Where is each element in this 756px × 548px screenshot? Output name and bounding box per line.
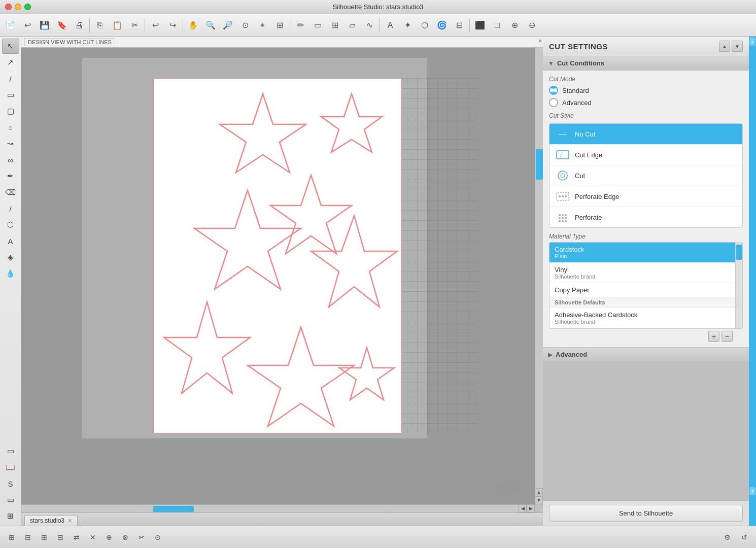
draw-button[interactable]: ✏	[292, 17, 308, 33]
canvas-scrollbar-bottom[interactable]	[21, 504, 535, 512]
cut-style-cut[interactable]: Cut	[549, 165, 742, 186]
fill-button[interactable]: ⬛	[472, 17, 488, 33]
canvas-scrollbar-right[interactable]	[535, 48, 543, 504]
align-left-button[interactable]: ⊞	[4, 530, 19, 544]
save-file-button[interactable]: 💾	[37, 17, 53, 33]
canvas-scroll-thumb-h[interactable]	[153, 506, 194, 512]
rounded-rect-tool[interactable]: ▢	[2, 104, 19, 119]
refresh-button[interactable]: ↺	[737, 530, 752, 544]
transform-button[interactable]: ⊞	[271, 17, 288, 33]
shape-button[interactable]: ▭	[310, 17, 326, 33]
blade-tool[interactable]: /	[2, 201, 19, 216]
panel-toggle-icon[interactable]: »	[538, 37, 542, 44]
special-tool[interactable]: S	[2, 476, 19, 491]
material-item-cardstock[interactable]: Cardstock Plain	[549, 243, 742, 263]
print-button[interactable]: 🖨	[71, 17, 87, 33]
material-item-copy-paper[interactable]: Copy Paper	[549, 283, 742, 297]
scroll-down-arrow[interactable]: ▼	[535, 496, 543, 504]
gear-button[interactable]: ⚙	[719, 530, 735, 544]
align-button[interactable]: ⏥	[344, 17, 360, 33]
node-tool[interactable]: ↗	[2, 55, 19, 70]
material-item-adhesive-backed[interactable]: Adhesive-Backed Cardstock Silhouette bra…	[549, 308, 742, 328]
ungroup-bottom-button[interactable]: ⊟	[53, 530, 68, 544]
panel-scrollbar[interactable]: ▲ ▼	[749, 37, 756, 526]
fill-left-tool[interactable]: ◈	[2, 250, 19, 265]
spiral-button[interactable]: 🌀	[434, 17, 450, 33]
cut-button[interactable]: ✂	[126, 17, 143, 33]
zoom-out-button[interactable]: 🔎	[220, 17, 236, 33]
material-remove-button[interactable]: −	[721, 331, 733, 342]
page-tool[interactable]: ▭	[2, 443, 19, 459]
material-scrollbar[interactable]	[735, 243, 742, 328]
zoom-fit-button[interactable]: ⊙	[237, 17, 253, 33]
standard-radio-button[interactable]	[549, 86, 558, 95]
weld-button[interactable]: ⊗	[118, 530, 133, 544]
ellipse-tool[interactable]: ○	[2, 120, 19, 135]
star-button[interactable]: ✦	[399, 17, 416, 33]
material-add-button[interactable]: +	[708, 331, 719, 342]
line-tool[interactable]: /	[2, 71, 19, 86]
material-item-vinyl[interactable]: Vinyl Silhouette brand	[549, 263, 742, 283]
cut-style-perforate-edge[interactable]: Perforate Edge	[549, 186, 742, 207]
pencil-tool[interactable]: ∞	[2, 152, 19, 167]
cut-conditions-header[interactable]: ▼ Cut Conditions	[543, 56, 749, 71]
close-button[interactable]	[5, 4, 12, 10]
align-center-button[interactable]: ⊟	[20, 530, 36, 544]
advanced-radio-button[interactable]	[549, 98, 558, 107]
panel-down-button[interactable]: ▼	[732, 41, 743, 52]
save-as-button[interactable]: 🔖	[54, 17, 70, 33]
flip-button[interactable]: ⇄	[69, 530, 84, 544]
canvas-viewport[interactable]: ▲	[21, 48, 543, 512]
scroll-right-arrow[interactable]: ▶	[527, 504, 535, 512]
scissors-button[interactable]: ✂	[134, 530, 149, 544]
panel-scroll-down[interactable]: ▼	[749, 487, 755, 495]
scroll-left-arrow[interactable]: ◀	[519, 504, 527, 512]
eraser-tool[interactable]: ⌫	[2, 185, 19, 200]
group-button[interactable]: ⊕	[506, 17, 523, 33]
panel-scroll-up[interactable]: ▲	[749, 38, 755, 46]
lasso-button[interactable]: ⌖	[254, 17, 270, 33]
panel-up-button[interactable]: ▲	[719, 41, 730, 52]
group-bottom-button[interactable]: ⊞	[37, 530, 52, 544]
scroll-up-arrow[interactable]: ▲	[535, 488, 543, 496]
stroke-button[interactable]: □	[489, 17, 505, 33]
redo-button[interactable]: ↪	[164, 17, 181, 33]
canvas-scroll-thumb-v[interactable]	[536, 149, 543, 180]
library-tool[interactable]: 📖	[2, 460, 19, 475]
select-tool[interactable]: ↖	[2, 39, 19, 54]
cut-style-no-cut[interactable]: — No Cut	[549, 124, 742, 145]
advanced-section-header[interactable]: ▶ Advanced	[543, 347, 749, 361]
undo-button[interactable]: ↩	[147, 17, 163, 33]
panel-tool[interactable]: ▭	[2, 492, 19, 507]
cut-style-perforate[interactable]: Perforate	[549, 207, 742, 227]
layers-button[interactable]: ⊟	[451, 17, 467, 33]
standard-radio-option[interactable]: Standard	[549, 86, 743, 95]
canvas-tab[interactable]: stars.studio3 ✕	[24, 515, 78, 526]
maximize-button[interactable]	[24, 4, 31, 10]
copy-button[interactable]: ⎘	[92, 17, 108, 33]
delete-button[interactable]: ✕	[85, 530, 100, 544]
hand-tool-button[interactable]: ✋	[185, 17, 201, 33]
duplicate-button[interactable]: ⊕	[101, 530, 117, 544]
open-file-button[interactable]: ↩	[19, 17, 36, 33]
polygon-left-tool[interactable]: ⬡	[2, 217, 19, 232]
eyedropper-tool[interactable]: 💧	[2, 266, 19, 281]
paste-button[interactable]: 📋	[109, 17, 125, 33]
minimize-button[interactable]	[15, 4, 21, 10]
ungroup-button[interactable]: ⊖	[524, 17, 540, 33]
rectangle-tool[interactable]: ▭	[2, 87, 19, 102]
text-button[interactable]: A	[382, 17, 398, 33]
tab-close-button[interactable]: ✕	[67, 518, 72, 524]
grid-button[interactable]: ⊞	[327, 17, 343, 33]
new-file-button[interactable]: 📄	[2, 17, 18, 33]
pen-tool[interactable]: ✒	[2, 168, 19, 184]
polygon-button[interactable]: ⬡	[417, 17, 433, 33]
grid-left-tool[interactable]: ⊞	[2, 508, 19, 524]
curve-button[interactable]: ∿	[361, 17, 377, 33]
text-left-tool[interactable]: A	[2, 233, 19, 249]
zoom-in-button[interactable]: 🔍	[202, 17, 219, 33]
advanced-radio-option[interactable]: Advanced	[549, 98, 743, 107]
cut-style-cut-edge[interactable]: Cut Edge	[549, 145, 742, 165]
material-scroll-thumb[interactable]	[736, 245, 742, 260]
settings-bottom-button[interactable]: ⊙	[150, 530, 165, 544]
